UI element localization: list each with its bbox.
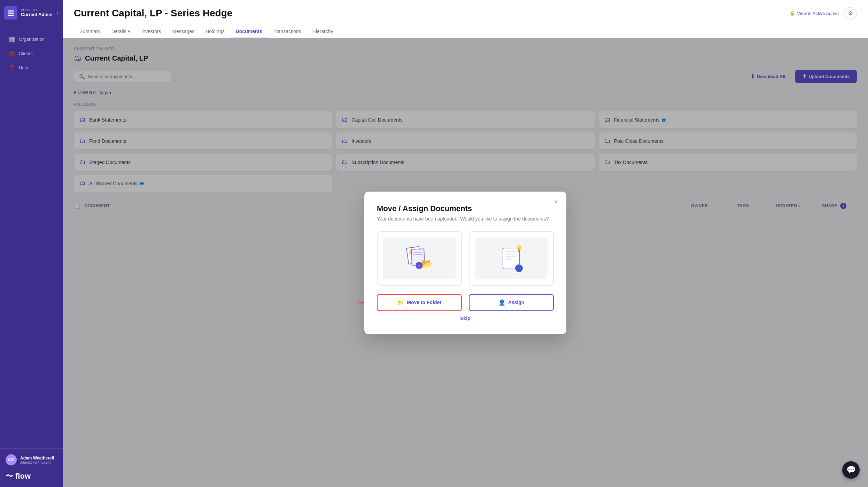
assign-option[interactable]: - - - - - - xyxy=(469,231,554,286)
content-area: CURRENT FOLDER 🗂 Current Capital, LP 🔍 ⬇… xyxy=(63,38,868,487)
main-content: Current Capital, LP - Series Hedge 🔒 Vie… xyxy=(63,0,868,487)
modal-overlay: × Move / Assign Documents Your documents… xyxy=(63,38,868,487)
admin-label: Current Admin xyxy=(21,12,53,17)
modal-title: Move / Assign Documents xyxy=(377,204,554,213)
sidebar-footer: AW Adam Weatherell adam@flowinc.com 〜 fl… xyxy=(0,448,63,487)
sidebar-logo-icon xyxy=(4,6,17,20)
user-email: adam@flowinc.com xyxy=(20,461,54,464)
provider-label: PROVIDER xyxy=(21,8,53,12)
modal-options: - - - - - - xyxy=(377,231,554,286)
modal-close-button[interactable]: × xyxy=(551,197,561,207)
tab-holdings[interactable]: Holdings xyxy=(200,25,230,38)
tab-messages[interactable]: Messages xyxy=(166,25,200,38)
assign-button[interactable]: 👤 Assign xyxy=(469,294,554,311)
gear-icon: ⚙ xyxy=(848,10,853,17)
view-active-admin-link[interactable]: 🔒 View in Active Admin xyxy=(790,11,839,16)
tab-investors[interactable]: Investors xyxy=(136,25,167,38)
move-assign-modal: × Move / Assign Documents Your documents… xyxy=(364,192,566,334)
sidebar-nav: 🏢 Organization 💼 Clients ❓ Help xyxy=(0,26,63,448)
sidebar-header[interactable]: PROVIDER Current Admin ▾ xyxy=(0,0,63,26)
tab-details[interactable]: Details ▾ xyxy=(106,25,136,38)
organization-icon: 🏢 xyxy=(8,36,15,42)
clients-icon: 💼 xyxy=(8,50,15,57)
modal-buttons-row: → 📁 Move to Folder 👤 Assign xyxy=(377,294,554,311)
nav-tabs: Summary Details ▾ Investors Messages Hol… xyxy=(74,25,857,38)
sidebar-item-help[interactable]: ❓ Help xyxy=(3,61,60,75)
modal-subtitle: Your documents have been uploaded! Would… xyxy=(377,216,554,222)
sidebar-item-label: Organization xyxy=(19,37,45,42)
topbar: Current Capital, LP - Series Hedge 🔒 Vie… xyxy=(63,0,868,38)
avatar: AW xyxy=(6,454,17,465)
person-add-icon: 👤 xyxy=(498,299,505,306)
move-to-folder-option[interactable]: - - - - - - xyxy=(377,231,462,286)
folder-icon: 📁 xyxy=(397,299,404,306)
chevron-down-icon: ▾ xyxy=(57,11,59,15)
chat-button[interactable]: 💬 xyxy=(842,461,860,479)
skip-container: Skip xyxy=(377,315,554,322)
flow-logo: 〜 flow xyxy=(6,471,57,481)
tab-transactions[interactable]: Transactions xyxy=(268,25,307,38)
assign-illustration: - - - - - - xyxy=(475,238,548,279)
sidebar-item-clients[interactable]: 💼 Clients xyxy=(3,47,60,60)
tab-hierarchy[interactable]: Hierarchy xyxy=(307,25,339,38)
chat-icon: 💬 xyxy=(846,465,856,474)
sidebar-item-organization[interactable]: 🏢 Organization xyxy=(3,32,60,46)
help-icon: ❓ xyxy=(8,64,15,71)
sidebar: PROVIDER Current Admin ▾ 🏢 Organization … xyxy=(0,0,63,487)
tab-documents[interactable]: Documents xyxy=(230,25,268,38)
user-name: Adam Weatherell xyxy=(20,456,54,461)
settings-button[interactable]: ⚙ xyxy=(844,7,857,20)
move-to-folder-button[interactable]: 📁 Move to Folder xyxy=(377,294,462,311)
page-title: Current Capital, LP - Series Hedge xyxy=(74,8,232,19)
lock-icon: 🔒 xyxy=(790,11,795,16)
arrow-annotation: → xyxy=(356,297,366,308)
flow-wave-icon: 〜 xyxy=(6,471,13,481)
tab-summary[interactable]: Summary xyxy=(74,25,106,38)
move-to-folder-illustration: - - - - - - xyxy=(383,238,456,279)
sidebar-item-label: Help xyxy=(19,65,28,70)
sidebar-user: AW Adam Weatherell adam@flowinc.com xyxy=(6,454,57,465)
sidebar-item-label: Clients xyxy=(19,51,33,56)
skip-link[interactable]: Skip xyxy=(460,316,471,321)
